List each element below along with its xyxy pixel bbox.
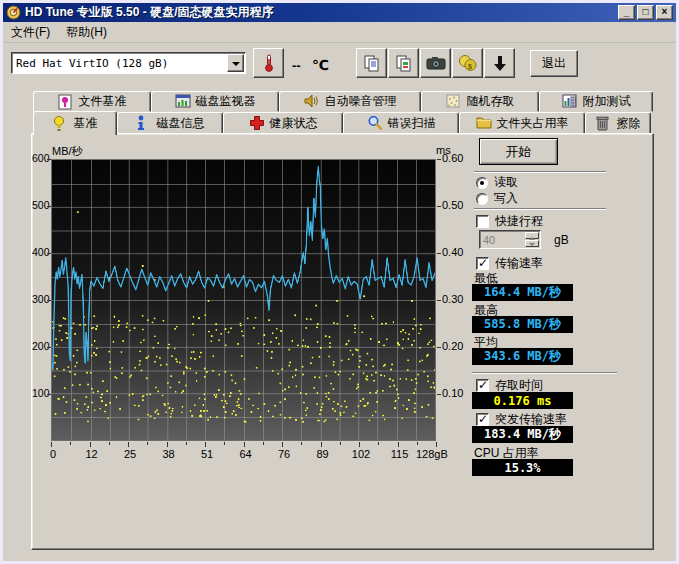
tab-auto-noise[interactable]: 自动噪音管理 (279, 91, 421, 112)
x-axis-tick-label: 64 (224, 448, 268, 460)
disk-monitor-icon (175, 94, 191, 110)
minimize-button[interactable]: _ (618, 5, 635, 20)
start-button[interactable]: 开始 (479, 138, 558, 165)
close-button[interactable]: × (656, 5, 673, 20)
titlebar: HD Tune 专业版 5.50 - 硬盘/固态硬盘实用程序 _ □ × (3, 3, 676, 22)
x-tick (359, 442, 360, 447)
window-title: HD Tune 专业版 5.50 - 硬盘/固态硬盘实用程序 (25, 4, 616, 21)
left-tick (47, 394, 51, 395)
access-time-value: 0.176 ms (472, 392, 573, 409)
tab-folder-usage[interactable]: 文件夹占用率 (459, 112, 585, 134)
screenshot-button[interactable] (420, 48, 451, 78)
magnifier-icon (367, 115, 383, 131)
drive-select[interactable]: Red Hat VirtIO (128 gB) (11, 52, 246, 74)
x-tick (147, 442, 148, 445)
right-axis-tick-label: 0.40 (442, 246, 463, 258)
save-button[interactable] (484, 48, 515, 78)
short-stroke-value: 40 (480, 234, 525, 246)
write-label: 写入 (494, 190, 518, 207)
x-tick (301, 442, 302, 445)
x-axis-tick-label: 115 (378, 448, 422, 460)
transfer-rate-label: 传输速率 (495, 255, 543, 272)
app-icon (6, 5, 21, 20)
cpu-usage-value: 15.3% (472, 459, 573, 476)
x-axis-tick-label: 128gB (416, 448, 460, 460)
camera-icon (426, 55, 446, 71)
x-tick (436, 442, 437, 447)
x-tick (90, 442, 91, 447)
separator (474, 208, 606, 210)
short-stroke-size-input[interactable]: 40 (479, 230, 541, 249)
access-time-checkbox[interactable] (476, 379, 489, 392)
left-axis-tick-label: 500 (32, 199, 48, 211)
write-radio[interactable] (476, 193, 488, 205)
tab-file-benchmark[interactable]: 文件基准 (33, 91, 151, 112)
health-cross-icon (249, 115, 265, 131)
x-tick (417, 442, 418, 445)
right-axis-tick-label: 0.20 (442, 340, 463, 352)
chevron-down-icon[interactable] (227, 54, 244, 72)
toolbar: Red Hat VirtIO (128 gB) -- ℃ (3, 43, 676, 85)
short-stroke-label: 快捷行程 (495, 213, 543, 230)
x-tick (398, 442, 399, 447)
tab-benchmark[interactable]: 基准 (33, 111, 117, 135)
benchmark-icon (53, 116, 69, 132)
read-mode-row: 读取 (476, 174, 518, 191)
tab-disk-info[interactable]: 磁盘信息 (117, 112, 223, 134)
tab-label: 错误扫描 (388, 115, 436, 132)
read-label: 读取 (494, 174, 518, 191)
spinner-buttons[interactable] (525, 232, 539, 247)
exit-button[interactable]: 退出 (530, 50, 578, 77)
left-axis-unit: MB/秒 (52, 144, 83, 159)
maximize-button[interactable]: □ (637, 5, 654, 20)
transfer-rate-checkbox[interactable] (476, 257, 489, 270)
spin-up-icon[interactable] (525, 232, 539, 239)
info-icon (136, 115, 152, 131)
tab-extra-tests[interactable]: 附加测试 (539, 91, 653, 112)
tab-label: 附加测试 (583, 93, 631, 110)
donate-button[interactable]: $ (452, 48, 483, 78)
x-tick (70, 442, 71, 445)
x-tick (244, 442, 245, 447)
min-value: 164.4 MB/秒 (472, 284, 573, 301)
benchmark-chart (51, 159, 436, 441)
spin-down-icon[interactable] (525, 240, 539, 247)
extra-tests-icon (562, 94, 578, 110)
trash-icon (596, 115, 612, 131)
x-axis-tick-label: 25 (108, 448, 152, 460)
tab-error-scan[interactable]: 错误扫描 (343, 112, 459, 134)
max-value: 585.8 MB/秒 (472, 316, 573, 333)
avg-value: 343.6 MB/秒 (472, 348, 573, 365)
x-tick (378, 442, 379, 445)
write-mode-row: 写入 (476, 190, 518, 207)
x-tick (167, 442, 168, 447)
tab-label: 文件基准 (79, 93, 127, 110)
separator (472, 372, 617, 374)
tab-erase[interactable]: 擦除 (585, 112, 651, 134)
burst-rate-checkbox[interactable] (476, 413, 489, 426)
x-axis-tick-label: 12 (70, 448, 114, 460)
app-window: HD Tune 专业版 5.50 - 硬盘/固态硬盘实用程序 _ □ × 文件(… (0, 0, 679, 564)
tab-label: 基准 (74, 115, 98, 132)
x-tick (205, 442, 206, 447)
tab-label: 磁盘监视器 (196, 93, 256, 110)
menu-file[interactable]: 文件(F) (3, 22, 58, 43)
read-radio[interactable] (476, 177, 488, 189)
x-axis-tick-label: 76 (262, 448, 306, 460)
left-tick (47, 206, 51, 207)
tab-random-access[interactable]: 随机存取 (421, 91, 539, 112)
temperature-value: -- (292, 58, 301, 73)
copy-image-button[interactable] (388, 48, 419, 78)
tab-label: 磁盘信息 (157, 115, 205, 132)
x-tick (186, 442, 187, 445)
short-stroke-checkbox[interactable] (476, 215, 489, 228)
x-tick (51, 442, 52, 447)
right-axis-tick-label: 0.10 (442, 387, 463, 399)
menu-help[interactable]: 帮助(H) (58, 22, 115, 43)
copy-text-button[interactable] (356, 48, 387, 78)
x-tick (282, 442, 283, 447)
tab-health[interactable]: 健康状态 (223, 112, 343, 134)
temperature-button[interactable] (253, 48, 284, 78)
tab-disk-monitor[interactable]: 磁盘监视器 (151, 91, 279, 112)
random-access-icon (446, 94, 462, 110)
